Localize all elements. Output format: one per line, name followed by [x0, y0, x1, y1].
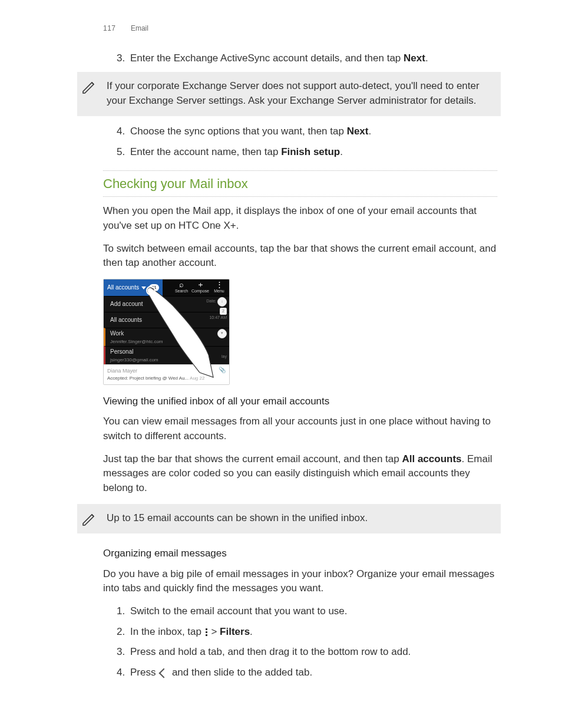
- para: Do you have a big pile of email messages…: [103, 567, 497, 596]
- section-title-checking-inbox: Checking your Mail inbox: [103, 170, 497, 197]
- page-content: Enter the Exchange ActiveSync account de…: [103, 51, 497, 680]
- para: When you open the Mail app, it displays …: [103, 204, 497, 233]
- chevron-down-icon: [141, 286, 146, 289]
- step-4: Choose the sync options that you want, t…: [128, 124, 497, 139]
- section-name: Email: [131, 24, 148, 32]
- note-account-limit: Up to 15 email accounts can be shown in …: [77, 504, 501, 534]
- account-selector: All accounts 31: [104, 279, 163, 296]
- setup-steps-part1: Enter the Exchange ActiveSync account de…: [103, 51, 497, 66]
- subheading-unified-inbox: Viewing the unified inbox of all your em…: [103, 394, 497, 409]
- organize-step-4: Press and then slide to the added tab.: [128, 666, 497, 680]
- compose-icon: ＋Compose: [191, 281, 209, 294]
- sort-icon: ↓: [217, 297, 227, 307]
- pencil-icon: [77, 504, 102, 532]
- menu-icon: ⋮Menu: [210, 281, 228, 294]
- toolbar-icons: ⌕Search ＋Compose ⋮Menu: [163, 281, 229, 294]
- note-autodetect: If your corporate Exchange Server does n…: [77, 72, 501, 116]
- para: Just tap the bar that shows the current …: [103, 452, 497, 496]
- page-header: 117 Email: [103, 24, 497, 34]
- inbox-meta: Date: ↓ 2 10:47 AM ▾ lay: [206, 297, 227, 360]
- phone-screenshot: All accounts 31 ⌕Search ＋Compose ⋮Menu D…: [103, 279, 497, 385]
- organize-step-1: Switch to the email account that you wan…: [128, 604, 497, 619]
- step-3: Enter the Exchange ActiveSync account de…: [128, 51, 497, 66]
- email-row: 📎 Diana Mayer Accepted: Project briefing…: [104, 364, 229, 384]
- kebab-icon: [206, 628, 207, 636]
- note-text: Up to 15 email accounts can be shown in …: [102, 504, 375, 534]
- note-text: If your corporate Exchange Server does n…: [102, 72, 501, 116]
- organize-steps: Switch to the email account that you wan…: [103, 604, 497, 680]
- para: To switch between email accounts, tap th…: [103, 242, 497, 271]
- pencil-icon: [77, 72, 102, 100]
- count-badge: 31: [149, 284, 159, 291]
- para: You can view email messages from all you…: [103, 414, 497, 443]
- attachment-icon: 📎: [219, 366, 226, 375]
- page-number: 117: [103, 24, 116, 32]
- manual-page: 117 Email Enter the Exchange ActiveSync …: [0, 0, 562, 728]
- expand-icon: ▾: [217, 329, 227, 338]
- search-icon: ⌕Search: [173, 281, 190, 294]
- setup-steps-part2: Choose the sync options that you want, t…: [103, 124, 497, 159]
- organize-step-2: In the inbox, tap > Filters.: [128, 625, 497, 640]
- phone-toolbar: All accounts 31 ⌕Search ＋Compose ⋮Menu: [104, 279, 229, 296]
- back-chevron-icon: [159, 668, 169, 678]
- step-5: Enter the account name, then tap Finish …: [128, 145, 497, 160]
- organize-step-3: Press and hold a tab, and then drag it t…: [128, 645, 497, 660]
- phone-frame: All accounts 31 ⌕Search ＋Compose ⋮Menu D…: [103, 279, 230, 385]
- subheading-organizing: Organizing email messages: [103, 546, 497, 561]
